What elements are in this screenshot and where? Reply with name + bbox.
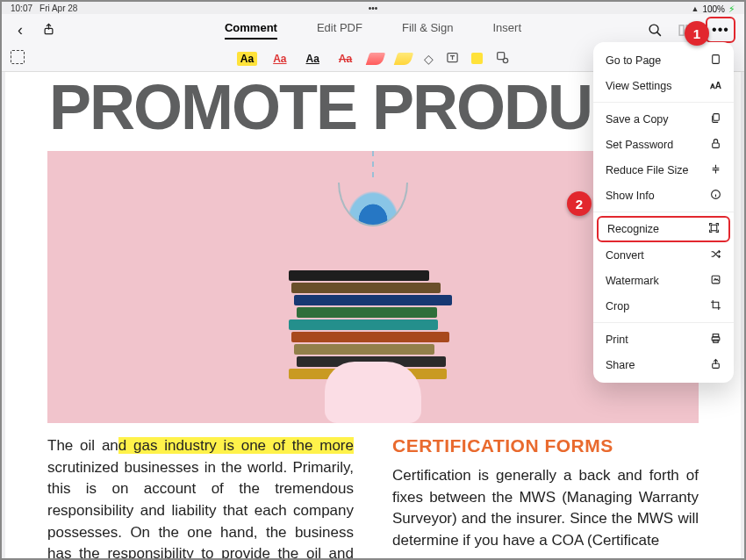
info-icon (710, 189, 721, 203)
handle-indicator: ••• (369, 4, 378, 14)
svg-rect-9 (713, 142, 720, 147)
menu-convert[interactable]: Convert (593, 242, 734, 268)
wifi-icon: ▲ (692, 4, 699, 13)
charging-icon: ⚡︎ (728, 4, 735, 15)
svg-rect-5 (498, 53, 505, 60)
main-toolbar: ‹ Comment Edit PDF Fill & Sign Insert ••… (2, 14, 744, 46)
menu-set-password[interactable]: Set Password (593, 132, 734, 157)
page-icon (710, 54, 721, 68)
watermark-icon (710, 274, 721, 288)
svg-rect-2 (679, 25, 684, 34)
squiggly-text-tool[interactable]: Aa (269, 52, 290, 66)
menu-reduce-size[interactable]: Reduce File Size (593, 157, 734, 183)
ipad-status-bar: 10:07 Fri Apr 28 ••• ▲ 100% ⚡︎ (2, 2, 744, 14)
strikeout-text-tool[interactable]: Aa (335, 52, 355, 66)
battery-percent: 100% (702, 4, 725, 14)
menu-share[interactable]: Share (593, 352, 734, 377)
more-menu-button[interactable]: ••• (706, 17, 735, 43)
back-button[interactable]: ‹ (11, 21, 30, 39)
menu-watermark[interactable]: Watermark (593, 268, 734, 293)
svg-point-6 (504, 58, 508, 62)
selection-tool[interactable] (11, 50, 25, 64)
svg-rect-8 (714, 113, 720, 120)
status-time: 10:07 (11, 4, 32, 14)
svg-rect-7 (713, 54, 720, 63)
ocr-icon (708, 222, 720, 236)
stamp-tool[interactable] (495, 50, 509, 67)
search-icon[interactable] (646, 21, 664, 39)
callout-badge-2: 2 (567, 191, 592, 216)
crop-icon (710, 299, 721, 313)
svg-rect-11 (711, 225, 717, 231)
shuffle-icon (710, 248, 721, 262)
body-column-1: The oil and gas industry is one of the m… (47, 435, 354, 558)
copy-icon (710, 112, 721, 126)
tab-edit-pdf[interactable]: Edit PDF (317, 21, 362, 39)
menu-view-settings[interactable]: View SettingsᴀA (593, 73, 734, 98)
eraser-tool[interactable]: ◇ (424, 52, 434, 66)
compress-icon (710, 163, 721, 177)
underline-text-tool[interactable]: Aa (303, 52, 323, 66)
share-icon (710, 358, 721, 372)
status-date: Fri Apr 28 (39, 4, 77, 14)
tab-comment[interactable]: Comment (225, 21, 277, 39)
text-size-icon: ᴀA (710, 81, 721, 90)
export-button[interactable] (39, 22, 58, 39)
lock-icon (710, 138, 721, 152)
menu-recognize[interactable]: Recognize (597, 216, 730, 242)
mode-tabs: Comment Edit PDF Fill & Sign Insert (2, 21, 744, 39)
note-tool[interactable] (471, 53, 483, 64)
svg-point-1 (649, 25, 658, 33)
menu-show-info[interactable]: Show Info (593, 183, 734, 208)
red-marker-tool[interactable] (366, 53, 386, 65)
section-heading: CERTIFICATION FORMS (392, 435, 699, 456)
highlight-annotation[interactable]: d gas industry is one of the more (118, 437, 354, 454)
menu-save-copy[interactable]: Save a Copy (593, 106, 734, 132)
callout-badge-1: 1 (685, 21, 709, 46)
yellow-marker-tool[interactable] (394, 53, 414, 65)
textbox-tool[interactable] (446, 51, 459, 67)
menu-print[interactable]: Print (593, 327, 734, 352)
highlight-text-tool[interactable]: Aa (237, 52, 257, 66)
print-icon (710, 333, 721, 347)
menu-crop[interactable]: Crop (593, 293, 734, 319)
tab-insert[interactable]: Insert (492, 21, 521, 39)
more-menu: Go to Page View SettingsᴀA Save a Copy S… (593, 42, 734, 383)
menu-goto-page[interactable]: Go to Page (593, 47, 734, 73)
tab-fill-sign[interactable]: Fill & Sign (402, 21, 454, 39)
body-column-2: Certification is generally a back and fo… (392, 465, 699, 552)
